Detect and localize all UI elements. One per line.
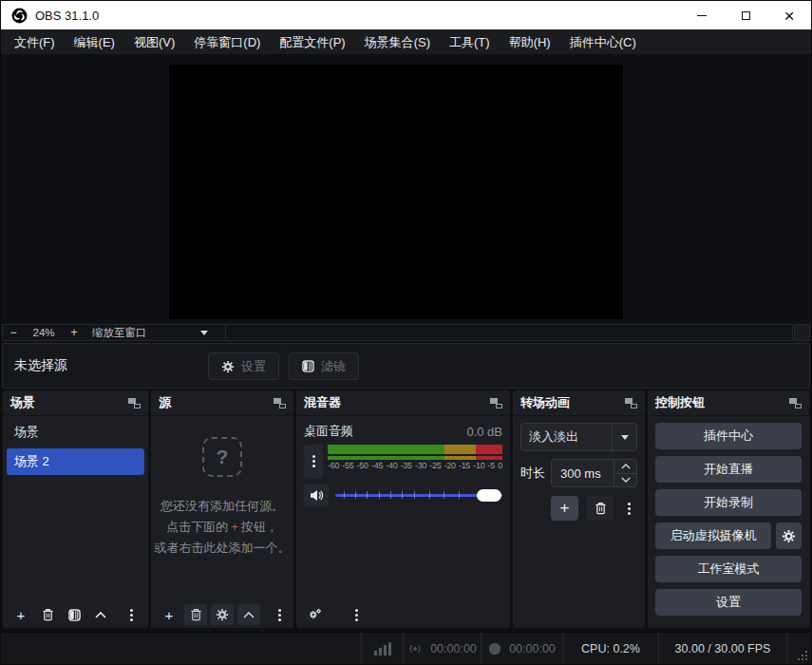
signal-bars-icon xyxy=(374,642,391,656)
scenes-menu-button[interactable] xyxy=(120,604,142,625)
window-title: OBS 31.1.0 xyxy=(35,9,99,23)
close-button[interactable]: × xyxy=(767,1,811,29)
transition-select[interactable]: 淡入淡出 xyxy=(520,423,637,451)
question-mark-icon: ? xyxy=(202,437,242,477)
fps-indicator: 30.00 / 30.00 FPS xyxy=(658,633,786,664)
scene-item[interactable]: 场景 xyxy=(7,419,144,446)
mixer-toolbar xyxy=(296,601,510,628)
popout-icon[interactable] xyxy=(274,398,286,408)
studio-mode-button[interactable]: 工作室模式 xyxy=(655,556,802,582)
channel-menu-button[interactable] xyxy=(304,445,323,478)
sources-menu-button[interactable] xyxy=(268,604,291,625)
hint-plus: + xyxy=(231,520,238,534)
menu-item-scene-collection[interactable]: 场景集合(S) xyxy=(355,29,440,55)
popout-icon[interactable] xyxy=(625,398,637,408)
add-transition-button[interactable]: + xyxy=(551,496,578,521)
controls-body: 插件中心 开始直播 开始录制 启动虚拟摄像机 工作室模式 设置 xyxy=(648,416,809,628)
start-recording-button[interactable]: 开始录制 xyxy=(655,489,802,516)
menu-item-edit[interactable]: 编辑(E) xyxy=(65,29,124,55)
settings-button[interactable]: 设置 xyxy=(655,589,802,616)
popout-icon[interactable] xyxy=(789,398,802,408)
minimize-button[interactable] xyxy=(680,1,724,29)
source-list[interactable]: ? 您还没有添加任何源。 点击下面的+按钮， 或者右击此处添加一个。 xyxy=(151,416,293,601)
scene-list: 场景 场景 2 xyxy=(3,416,148,601)
scenes-panel-header: 场景 xyxy=(3,390,148,416)
start-virtual-camera-button[interactable]: 启动虚拟摄像机 xyxy=(655,522,771,549)
stream-timer: 00:00:00 xyxy=(403,633,481,664)
zoom-level: 24% xyxy=(24,327,64,338)
volume-slider[interactable] xyxy=(335,488,502,502)
chevron-up-icon xyxy=(95,612,106,618)
slider-handle[interactable] xyxy=(477,489,501,502)
menu-item-tools[interactable]: 工具(T) xyxy=(440,29,500,55)
menu-item-profile[interactable]: 配置文件(P) xyxy=(270,29,354,55)
controls-panel-title: 控制按钮 xyxy=(655,394,705,411)
add-source-button[interactable]: + xyxy=(158,604,180,625)
menu-item-help[interactable]: 帮助(H) xyxy=(500,29,560,55)
mixer-panel-title: 混音器 xyxy=(304,394,341,411)
hint-line2-post: 按钮， xyxy=(241,520,278,534)
source-properties-button[interactable]: 设置 xyxy=(208,352,279,380)
source-filters-button[interactable]: 滤镜 xyxy=(289,352,359,380)
combo-arrow-button[interactable] xyxy=(612,424,636,450)
dots-vertical-icon xyxy=(312,460,315,463)
scene-filters-button[interactable] xyxy=(63,604,85,625)
virtual-camera-settings-button[interactable] xyxy=(776,522,802,549)
duration-spinbox[interactable]: 300 ms xyxy=(551,459,637,487)
transitions-panel: 转场动画 淡入淡出 时长 300 ms xyxy=(513,390,645,628)
gear-icon xyxy=(221,360,235,373)
fps-value: 30.00 / 30.00 FPS xyxy=(675,642,771,656)
maximize-button[interactable] xyxy=(724,1,767,29)
status-bar: 00:00:00 00:00:00 CPU: 0.2% 30.00 / 30.0… xyxy=(1,632,811,664)
dots-vertical-icon xyxy=(278,614,281,617)
resize-grip[interactable] xyxy=(786,633,811,664)
gear-icon xyxy=(216,608,229,621)
dots-vertical-icon xyxy=(130,614,133,617)
preview-canvas xyxy=(169,65,623,319)
mute-button[interactable] xyxy=(304,484,329,506)
gears-icon xyxy=(308,608,322,622)
scene-item-selected[interactable]: 场景 2 xyxy=(7,448,144,475)
plugin-center-button[interactable]: 插件中心 xyxy=(655,423,802,449)
zoom-out-button[interactable]: − xyxy=(3,326,24,339)
scenes-toolbar: + xyxy=(3,601,148,628)
remove-transition-button[interactable] xyxy=(587,496,614,521)
meter-bar-right xyxy=(328,456,502,460)
maximize-icon xyxy=(742,11,750,20)
menu-item-plugin-center[interactable]: 插件中心(C) xyxy=(560,29,646,55)
duration-label: 时长 xyxy=(520,465,545,482)
remove-scene-button[interactable] xyxy=(36,604,59,625)
audio-mixer-panel: 混音器 桌面音频 0.0 dB -60-55-50-45-40-35-30-25… xyxy=(296,390,510,628)
sources-empty-state: ? 您还没有添加任何源。 点击下面的+按钮， 或者右击此处添加一个。 xyxy=(151,416,293,601)
transitions-menu-button[interactable] xyxy=(622,507,635,510)
add-scene-button[interactable]: + xyxy=(9,604,32,625)
menu-item-file[interactable]: 文件(F) xyxy=(5,29,65,55)
fit-mode-label: 缩放至窗口 xyxy=(92,326,147,340)
stream-health-indicator xyxy=(361,633,403,664)
fit-mode-dropdown[interactable] xyxy=(193,331,216,335)
menu-item-view[interactable]: 视图(V) xyxy=(124,29,184,55)
menu-item-docks[interactable]: 停靠窗口(D) xyxy=(184,29,270,55)
mixer-menu-button[interactable] xyxy=(345,604,368,625)
duration-decrease-button[interactable] xyxy=(614,474,636,487)
sources-panel-title: 源 xyxy=(159,394,171,411)
duration-increase-button[interactable] xyxy=(614,460,636,474)
filters-icon xyxy=(302,360,314,372)
advanced-audio-button[interactable] xyxy=(303,604,326,625)
zoom-in-button[interactable]: + xyxy=(64,326,85,339)
volume-meter: -60-55-50-45-40-35-30-25-20-15-10-50 xyxy=(328,445,502,478)
start-streaming-button[interactable]: 开始直播 xyxy=(655,456,802,483)
minimize-icon xyxy=(697,15,707,16)
popout-icon[interactable] xyxy=(490,398,502,408)
record-time: 00:00:00 xyxy=(509,642,556,656)
title-bar: OBS 31.1.0 × xyxy=(1,1,811,29)
move-scene-up-button[interactable] xyxy=(89,604,112,625)
move-source-up-button[interactable] xyxy=(237,604,260,625)
chevron-up-icon xyxy=(243,612,255,618)
dots-vertical-icon xyxy=(355,614,358,617)
trash-icon xyxy=(190,608,202,621)
source-properties-button[interactable] xyxy=(211,604,234,625)
sources-empty-hint: 您还没有添加任何源。 点击下面的+按钮， 或者右击此处添加一个。 xyxy=(155,496,291,559)
popout-icon[interactable] xyxy=(128,398,141,408)
remove-source-button[interactable] xyxy=(184,604,207,625)
